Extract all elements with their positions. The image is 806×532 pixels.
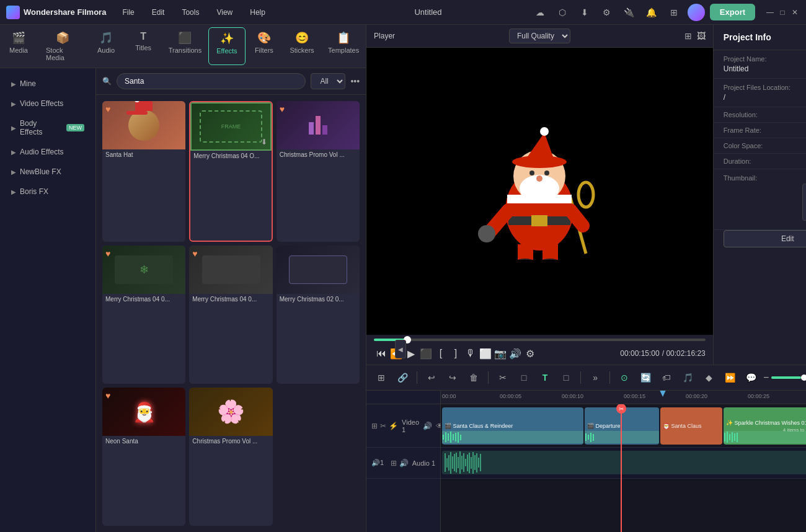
subtitle-btn[interactable]: 💬	[742, 369, 760, 386]
clip-sparkle-xmas[interactable]: ✨ Sparkle Christmas Wishes 01 4 items to…	[724, 407, 806, 445]
effect-merry-xmas-04-1[interactable]: ♥ ❄ Merry Christmas 04 0...	[102, 246, 185, 384]
split-audio-icon[interactable]: ✂	[380, 422, 386, 430]
search-input[interactable]	[117, 73, 306, 89]
keyframe-btn[interactable]: ◆	[700, 369, 717, 386]
grid-icon[interactable]: ⊞	[665, 4, 683, 21]
share-icon[interactable]: ⬡	[554, 4, 571, 21]
marker-btn[interactable]: 🏷	[658, 369, 675, 386]
resolution-row: Resolution: 1920 x 1080	[714, 107, 806, 123]
crop-btn[interactable]: □	[515, 369, 533, 386]
link-icon[interactable]: 🔗	[394, 369, 411, 386]
zoom-slider[interactable]	[771, 376, 806, 379]
undo-btn[interactable]: ↩	[423, 369, 440, 386]
user-avatar[interactable]	[688, 4, 705, 21]
tab-effects[interactable]: ✨ Effects	[208, 27, 246, 65]
tab-stickers[interactable]: 😊 Stickers	[283, 27, 321, 65]
tab-stickers-label: Stickers	[290, 47, 314, 54]
ai-icon[interactable]: ⚡	[389, 422, 398, 430]
settings-icon[interactable]: ⚙	[598, 4, 616, 21]
menu-file[interactable]: File	[118, 6, 138, 19]
close-button[interactable]: ✕	[790, 7, 800, 17]
menu-edit[interactable]: Edit	[148, 6, 169, 19]
audio-add-icon[interactable]: ⊞	[391, 459, 397, 468]
sidebar-item-audio-effects[interactable]: ▶ Audio Effects	[4, 143, 92, 161]
snap-btn[interactable]: ⊙	[616, 369, 633, 386]
sidebar-item-newblue-fx[interactable]: ▶ NewBlue FX	[4, 162, 92, 181]
svg-point-19	[529, 171, 534, 175]
zoom-out-btn[interactable]: −	[763, 372, 769, 383]
snapshot-icon[interactable]: 🖼	[697, 31, 706, 41]
speed-btn[interactable]: ⏩	[721, 369, 738, 386]
clip-santa-reindeer[interactable]: 🎬 Santa Claus & Reindeer	[442, 407, 583, 445]
effect-santa-hat[interactable]: ♥ Santa Hat	[102, 101, 185, 242]
effect-merry-xmas-04-2[interactable]: ♥ Merry Christmas 04 0...	[189, 246, 272, 384]
tab-media[interactable]: 🎬 Media	[0, 27, 37, 65]
effect-xmas-promo-vol2[interactable]: 🌸 Christmas Promo Vol ...	[189, 388, 272, 526]
effect-xmas-promo-vol[interactable]: ♥ Christmas Promo Vol ...	[277, 101, 360, 242]
effect-merry-xmas-02[interactable]: Merry Christmas 02 0...	[277, 246, 360, 384]
thumbnail-key: Thumbnail:	[724, 174, 806, 182]
scissors-icon: ✂	[619, 406, 624, 412]
bell-icon[interactable]: 🔔	[643, 4, 660, 21]
menu-help[interactable]: Help	[246, 6, 269, 19]
progress-bar[interactable]	[374, 339, 706, 341]
text-btn[interactable]: T	[536, 369, 554, 386]
mark-in-button[interactable]: [	[433, 346, 448, 361]
maximize-button[interactable]: □	[777, 7, 787, 17]
sidebar-item-boris-fx[interactable]: ▶ Boris FX	[4, 182, 92, 201]
mask-btn[interactable]: □	[557, 369, 575, 386]
edit-button[interactable]: Edit	[724, 230, 806, 247]
tab-titles[interactable]: T Titles	[125, 27, 162, 65]
audio-meter-btn[interactable]: 🔊	[508, 346, 523, 361]
cloud-icon[interactable]: ☁	[531, 4, 549, 21]
audio-mute-icon[interactable]: 🔊	[399, 459, 409, 468]
split-tracks-btn[interactable]: ⊞	[373, 369, 390, 386]
effect-neon-santa[interactable]: ♥ 🎅 Neon Santa	[102, 388, 185, 526]
heart-icon-2: ♥	[280, 104, 285, 114]
tab-templates[interactable]: 📋 Templates	[321, 27, 366, 65]
playhead[interactable]: ✂	[621, 404, 622, 532]
pip-button[interactable]: ⬜	[478, 346, 493, 361]
clip-santa-replacing[interactable]: 🎅 Santa Claus	[660, 407, 722, 445]
audio-waveform-clip[interactable]	[442, 451, 806, 474]
delete-btn[interactable]: 🗑	[465, 369, 482, 386]
minimize-button[interactable]: —	[765, 7, 775, 17]
menu-view[interactable]: View	[213, 6, 236, 19]
search-filter-select[interactable]: All	[311, 73, 345, 89]
menu-tools[interactable]: Tools	[178, 6, 203, 19]
mark-out-button[interactable]: ]	[448, 346, 463, 361]
sidebar-item-video-effects[interactable]: ▶ Video Effects	[4, 94, 92, 113]
player-controls: ⏮ ⏪ ▶ ⬛ [ ] 🎙 ⬜ 📷 🔊 ⚙ 00:00:15:00 / 00:0	[366, 335, 713, 365]
more-controls-btn[interactable]: ⚙	[523, 346, 538, 361]
stop-button[interactable]: ⬛	[418, 346, 433, 361]
clip-inner-3: 🎅 Santa Claus	[663, 423, 720, 429]
search-more-icon[interactable]: •••	[350, 76, 360, 86]
snapshot-button[interactable]: 📷	[493, 346, 508, 361]
loop-btn[interactable]: 🔄	[637, 369, 654, 386]
volume-icon-video1[interactable]: 🔊	[423, 422, 432, 430]
timeline-ruler[interactable]: 00:00 00:00:05 00:00:10 00:00:15 00:00:2…	[441, 391, 806, 404]
download-icon[interactable]: ⬇	[576, 4, 593, 21]
tab-filters[interactable]: 🎨 Filters	[246, 27, 283, 65]
sidebar-item-body-effects[interactable]: ▶ Body Effects NEW	[4, 114, 92, 141]
project-info-tab[interactable]: Project Info	[714, 25, 806, 50]
split-view-icon[interactable]: ⊞	[684, 31, 692, 41]
track-audio-icons: ⊞ 🔊	[391, 459, 409, 468]
cut-btn[interactable]: ✂	[494, 369, 512, 386]
tab-audio[interactable]: 🎵 Audio	[87, 27, 125, 65]
tab-transitions[interactable]: ⬛ Transitions	[162, 27, 208, 65]
redo-btn[interactable]: ↪	[444, 369, 461, 386]
quality-select[interactable]: Full Quality 1/2 Quality 1/4 Quality Aut…	[509, 29, 570, 43]
rewind-button[interactable]: ⏮	[374, 346, 389, 361]
effect-merry-xmas-04o[interactable]: ⬇ FRAME Merry Christmas 04 O...	[189, 101, 272, 242]
voiceover-btn[interactable]: 🎙	[463, 346, 478, 361]
tab-stock-media[interactable]: 📦 Stock Media	[37, 27, 87, 65]
add-track-icon[interactable]: ⊞	[371, 422, 378, 430]
plugin-icon[interactable]: 🔌	[621, 4, 638, 21]
audio-track-btn[interactable]: 🎵	[679, 369, 696, 386]
sidebar-item-mine[interactable]: ▶ Mine	[4, 74, 92, 93]
more-btn[interactable]: »	[587, 369, 604, 386]
clip-waveform-2	[585, 431, 659, 443]
export-button[interactable]: Export	[710, 4, 755, 20]
svg-point-15	[540, 127, 549, 136]
